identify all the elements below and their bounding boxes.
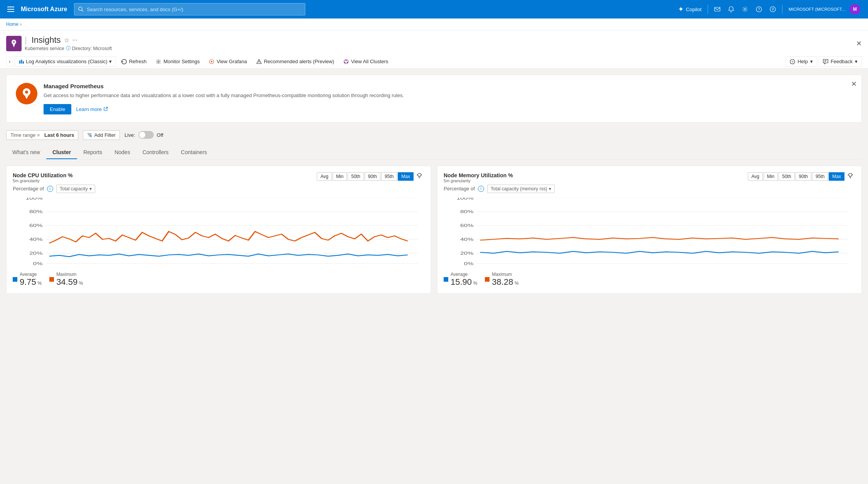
enable-button[interactable]: Enable <box>44 104 71 114</box>
memory-metric-btn-95th[interactable]: 95th <box>812 172 828 181</box>
memory-metric-btn-min[interactable]: Min <box>764 172 778 181</box>
svg-rect-12 <box>21 60 22 64</box>
memory-metric-btn-90th[interactable]: 90th <box>796 172 811 181</box>
svg-text:08 AM: 08 AM <box>286 266 305 267</box>
live-toggle: Live: Off <box>124 131 163 139</box>
svg-text:09 AM: 09 AM <box>347 266 366 267</box>
cpu-pin-button[interactable] <box>414 172 424 181</box>
legend-label-text: Average 9.75 % <box>20 272 42 287</box>
more-options-icon[interactable]: ··· <box>72 37 77 44</box>
prometheus-banner: Managed Prometheus Get access to higher … <box>6 75 862 123</box>
left-panel-toggle[interactable]: › <box>6 57 13 66</box>
feedback-label: Feedback <box>831 59 853 64</box>
main-content: Managed Prometheus Get access to higher … <box>0 69 868 300</box>
svg-text:09 AM: 09 AM <box>778 266 797 267</box>
search-bar <box>74 3 305 15</box>
recommended-alerts-button[interactable]: Recommended alerts (Preview) <box>252 56 338 67</box>
svg-text:80%: 80% <box>460 209 474 214</box>
banner-close-button[interactable]: ✕ <box>851 80 857 88</box>
cpu-metric-btn-avg[interactable]: Avg <box>317 172 331 181</box>
cpu-metric-btn-90th[interactable]: 90th <box>365 172 380 181</box>
help-chevron-icon: ▾ <box>810 59 813 64</box>
feedback-nav-icon[interactable] <box>767 3 779 15</box>
cpu-percentage-label: Percentage of <box>13 186 44 192</box>
copilot-button[interactable]: ✦ Copilot <box>675 3 705 15</box>
svg-point-22 <box>347 62 348 63</box>
svg-text:10 AM: 10 AM <box>826 266 845 267</box>
cpu-capacity-dropdown[interactable]: Total capacity ▾ <box>56 185 95 193</box>
cpu-info-icon[interactable]: i <box>47 186 53 192</box>
time-range-filter[interactable]: Time range = Last 6 hours <box>6 130 78 140</box>
service-icon <box>6 36 22 51</box>
info-icon[interactable]: ⓘ <box>66 45 71 52</box>
notifications-icon[interactable] <box>725 3 737 15</box>
svg-text:20%: 20% <box>29 251 43 255</box>
memory-chart-header: Node Memory Utilization % 5m granularity… <box>444 172 855 183</box>
svg-text:100%: 100% <box>457 198 474 200</box>
svg-rect-13 <box>23 61 24 64</box>
svg-text:07 AM: 07 AM <box>212 266 230 267</box>
memory-metric-btn-avg[interactable]: Avg <box>748 172 762 181</box>
memory-metric-btn-50th[interactable]: 50th <box>779 172 794 181</box>
account-button[interactable]: MICROSOFT (MICROSOFT.ONMI... M <box>786 2 863 16</box>
cpu-metric-btn-max[interactable]: Max <box>398 172 414 181</box>
monitor-settings-button[interactable]: Monitor Settings <box>152 56 204 67</box>
help-dropdown[interactable]: ? Help ▾ <box>786 56 817 67</box>
filter-bar: Time range = Last 6 hours Add Filter Liv… <box>6 130 862 140</box>
cpu-legend-average-legend: Average 9.75 % <box>13 272 42 287</box>
favorite-icon[interactable]: ☆ <box>64 37 69 44</box>
view-grafana-button[interactable]: View Grafana <box>205 56 251 67</box>
cpu-chart-area: 100% 80% 60% 40% 20% 0% 05 AM 06 AM 07 A… <box>13 198 424 267</box>
analytics-label: Log Analytics visualizations (Classic) <box>26 59 108 64</box>
settings-icon[interactable] <box>739 3 751 15</box>
cpu-metric-btn-min[interactable]: Min <box>333 172 347 181</box>
view-all-clusters-button[interactable]: View All Clusters <box>340 56 392 67</box>
memory-metric-btn-max[interactable]: Max <box>829 172 844 181</box>
memory-dropdown-chevron: ▾ <box>549 186 551 192</box>
tab-controllers[interactable]: Controllers <box>136 146 175 159</box>
svg-text:60%: 60% <box>29 223 43 228</box>
memory-pin-button[interactable] <box>845 172 855 181</box>
cpu-chart-title-area: Node CPU Utilization % 5m granularity <box>13 172 73 183</box>
analytics-dropdown[interactable]: Log Analytics visualizations (Classic) ▾ <box>15 56 116 67</box>
memory-info-icon[interactable]: i <box>478 186 484 192</box>
live-state: Off <box>157 132 163 138</box>
cpu-metric-btn-50th[interactable]: 50th <box>348 172 363 181</box>
svg-rect-11 <box>19 61 20 64</box>
tab-what-s-new[interactable]: What's new <box>6 146 46 159</box>
tab-containers[interactable]: Containers <box>175 146 213 159</box>
copilot-icon: ✦ <box>678 5 684 13</box>
feedback-dropdown[interactable]: Feedback ▾ <box>819 56 862 67</box>
breadcrumb-home[interactable]: Home <box>6 22 19 27</box>
legend-label-text: Maximum 38.28 % <box>492 272 518 287</box>
memory-capacity-dropdown[interactable]: Total capacity (memory rss) ▾ <box>487 185 555 193</box>
learn-more-link[interactable]: Learn more <box>76 106 108 112</box>
memory-dropdown-value: Total capacity (memory rss) <box>491 186 547 192</box>
add-filter-button[interactable]: Add Filter <box>83 130 120 140</box>
tab-cluster[interactable]: Cluster <box>46 146 77 159</box>
cpu-chart-title: Node CPU Utilization % <box>13 172 73 178</box>
cpu-metric-buttons: AvgMin50th90th95thMax <box>317 172 424 181</box>
tab-reports[interactable]: Reports <box>77 146 108 159</box>
refresh-button[interactable]: Refresh <box>118 56 151 67</box>
page-header: | Insights ☆ ··· Kubernetes service ⓘ Di… <box>0 30 868 69</box>
time-range-value <box>41 132 43 138</box>
tab-nodes[interactable]: Nodes <box>108 146 136 159</box>
svg-text:?: ? <box>792 60 794 64</box>
svg-rect-1 <box>7 9 14 10</box>
legend-label-text: Average 15.90 % <box>451 272 477 287</box>
svg-text:20%: 20% <box>460 251 474 255</box>
hamburger-icon[interactable] <box>5 3 17 15</box>
time-range-value-text: Last 6 hours <box>44 132 74 138</box>
close-page-button[interactable]: ✕ <box>856 39 862 48</box>
cpu-metric-btn-95th[interactable]: 95th <box>381 172 397 181</box>
email-icon[interactable] <box>711 3 723 15</box>
svg-point-18 <box>259 63 259 63</box>
cpu-dropdown-chevron: ▾ <box>89 186 92 192</box>
help-icon[interactable]: ? <box>753 3 765 15</box>
nav-icons: ✦ Copilot ? MICROSOFT (MICROSOFT.ONMI...… <box>675 2 863 16</box>
svg-text:80%: 80% <box>29 209 43 214</box>
live-toggle-switch[interactable] <box>138 131 154 139</box>
search-input[interactable] <box>87 7 301 12</box>
svg-line-4 <box>82 10 83 12</box>
